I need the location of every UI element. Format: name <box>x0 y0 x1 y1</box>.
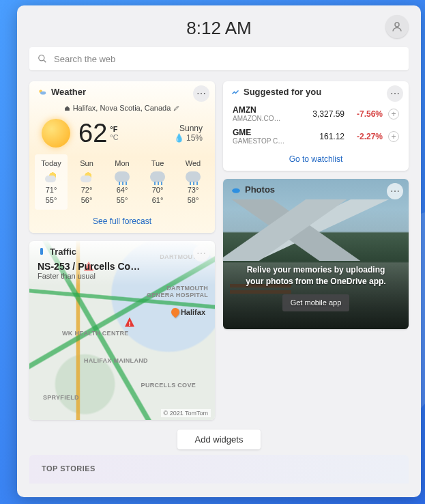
weather-condition: Sunny <box>174 124 203 133</box>
weather-humidity: 15% <box>186 133 203 143</box>
stock-row[interactable]: GME GAMESTOP C… 161.12 -2.27% + <box>223 125 409 148</box>
svg-point-4 <box>40 91 46 94</box>
onedrive-icon <box>231 185 241 195</box>
map-label: Dartmouth Genera Hospital <box>147 285 208 298</box>
forecast-day[interactable]: Tue 70° 61° <box>141 154 174 210</box>
traffic-title: Traffic <box>50 247 76 257</box>
map-label: PURCELLS COVE <box>141 382 196 389</box>
stock-symbol: GME <box>233 128 304 137</box>
traffic-status: Faster than usual <box>38 272 207 280</box>
user-icon <box>391 20 403 33</box>
search-icon <box>38 54 47 64</box>
traffic-widget[interactable]: Dartmouth Dartmouth Genera Hospital WK H… <box>29 241 215 420</box>
get-mobile-app-button[interactable]: Get mobile app <box>282 294 350 311</box>
map-label: WK Health Centre <box>62 330 129 337</box>
stock-price: 3,327.59 <box>304 109 345 119</box>
stock-price: 161.12 <box>304 132 345 141</box>
widgets-panel: 8:12 AM Weather ⋯ <box>17 5 421 497</box>
stocks-title: Suggested for you <box>244 87 321 97</box>
svg-rect-5 <box>40 248 43 255</box>
map-label: SPRYFIELD <box>43 394 79 401</box>
forecast-day[interactable]: Today 71° 55° <box>35 154 68 210</box>
stock-company: GAMESTOP C… <box>233 137 304 145</box>
forecast-icon-rain <box>186 171 201 182</box>
forecast-icon-rain <box>150 171 165 182</box>
map-label: HALIFAX MAINLAND <box>84 357 148 364</box>
stocks-more-button[interactable]: ⋯ <box>387 85 403 102</box>
top-stories-section[interactable]: TOP STORIES <box>29 455 409 484</box>
unit-f[interactable]: °F <box>110 125 118 133</box>
photos-caption: Relive your memories by uploading your p… <box>239 264 392 288</box>
svg-point-0 <box>395 23 399 27</box>
stock-company: AMAZON.CO… <box>233 115 304 122</box>
photos-widget[interactable]: Photos ⋯ Relive your memories by uploadi… <box>223 179 409 329</box>
forecast-icon-rain <box>115 171 130 182</box>
add-widgets-button[interactable]: Add widgets <box>177 430 261 449</box>
forecast-icon-sunny <box>44 171 59 182</box>
sun-icon <box>42 119 70 148</box>
svg-point-6 <box>232 188 240 193</box>
stocks-widget[interactable]: Suggested for you ⋯ AMZN AMAZON.CO… 3,32… <box>223 81 409 171</box>
svg-line-2 <box>44 60 46 63</box>
stocks-icon <box>231 88 239 96</box>
weather-title: Weather <box>51 87 86 97</box>
forecast-row: Today 71° 55° Sun 72° 56° Mon 64° <box>29 154 215 210</box>
forecast-day[interactable]: Wed 73° 58° <box>177 154 209 210</box>
edit-icon[interactable] <box>173 104 180 111</box>
weather-icon <box>38 87 47 97</box>
add-stock-button[interactable]: + <box>388 131 399 142</box>
weather-widget[interactable]: Weather ⋯ Halifax, Nova Scotia, Canada 6… <box>29 81 215 233</box>
droplet-icon: 💧 <box>174 133 184 143</box>
home-icon <box>64 105 70 111</box>
stock-symbol: AMZN <box>233 105 304 115</box>
weather-location-row[interactable]: Halifax, Nova Scotia, Canada <box>29 102 215 116</box>
map-copyright: © 2021 TomTom <box>161 409 211 417</box>
current-temp: 62 <box>78 120 107 146</box>
forecast-icon-sunny <box>79 171 94 182</box>
add-stock-button[interactable]: + <box>388 109 399 120</box>
clock-time: 8:12 AM <box>186 18 251 38</box>
weather-more-button[interactable]: ⋯ <box>193 85 209 102</box>
forecast-day[interactable]: Sun 72° 56° <box>70 154 103 210</box>
stock-change: -2.27% <box>345 132 383 141</box>
see-forecast-link[interactable]: See full forecast <box>29 210 215 233</box>
traffic-route: NS-253 / Purcells Co… <box>38 260 207 272</box>
photos-title: Photos <box>245 184 275 195</box>
profile-avatar-button[interactable] <box>385 15 409 38</box>
svg-point-1 <box>39 55 44 61</box>
forecast-day[interactable]: Mon 64° 55° <box>106 154 138 210</box>
city-label: Halifax <box>181 308 205 316</box>
watchlist-link[interactable]: Go to watchlist <box>223 148 409 171</box>
panel-header: 8:12 AM <box>29 15 409 47</box>
search-input[interactable] <box>54 54 400 64</box>
weather-location: Halifax, Nova Scotia, Canada <box>73 104 171 112</box>
stock-row[interactable]: AMZN AMAZON.CO… 3,327.59 -7.56% + <box>223 102 409 125</box>
search-bar[interactable] <box>29 47 409 70</box>
unit-c[interactable]: °C <box>110 133 118 141</box>
traffic-icon <box>38 247 46 255</box>
stock-change: -7.56% <box>345 109 383 119</box>
unit-toggle[interactable]: °F °C <box>110 125 118 141</box>
